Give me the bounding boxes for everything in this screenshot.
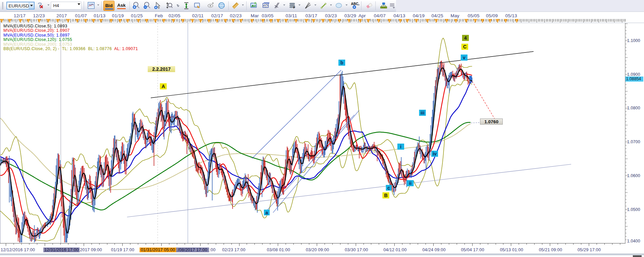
svg-text:F: F: [293, 6, 295, 9]
svg-text:ABC: ABC: [351, 2, 358, 6]
